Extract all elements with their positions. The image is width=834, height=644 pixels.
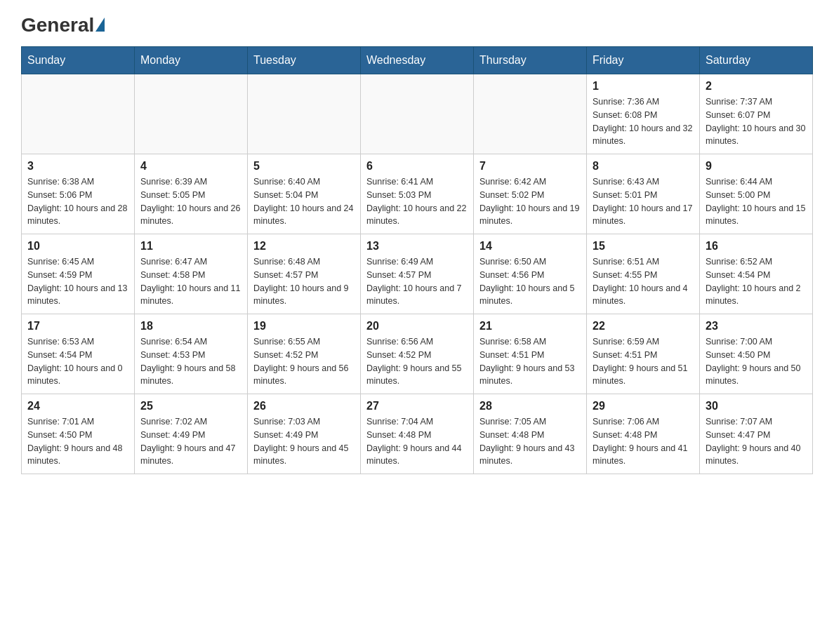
day-of-week-header: Wednesday xyxy=(361,47,474,74)
day-info: Sunrise: 6:54 AMSunset: 4:53 PMDaylight:… xyxy=(140,335,241,388)
day-info: Sunrise: 6:47 AMSunset: 4:58 PMDaylight:… xyxy=(140,255,241,308)
calendar-day-cell: 3Sunrise: 6:38 AMSunset: 5:06 PMDaylight… xyxy=(22,154,135,234)
calendar-day-cell: 12Sunrise: 6:48 AMSunset: 4:57 PMDayligh… xyxy=(248,234,361,314)
day-number: 21 xyxy=(479,320,581,333)
logo: General xyxy=(21,14,105,32)
calendar-day-cell: 28Sunrise: 7:05 AMSunset: 4:48 PMDayligh… xyxy=(474,394,587,474)
day-info: Sunrise: 7:04 AMSunset: 4:48 PMDaylight:… xyxy=(366,415,468,468)
day-of-week-header: Saturday xyxy=(700,47,813,74)
calendar-day-cell: 18Sunrise: 6:54 AMSunset: 4:53 PMDayligh… xyxy=(135,314,248,394)
day-info: Sunrise: 7:00 AMSunset: 4:50 PMDaylight:… xyxy=(706,335,807,388)
calendar-day-cell: 6Sunrise: 6:41 AMSunset: 5:03 PMDaylight… xyxy=(361,154,474,234)
calendar-day-cell: 21Sunrise: 6:58 AMSunset: 4:51 PMDayligh… xyxy=(474,314,587,394)
calendar-day-cell: 9Sunrise: 6:44 AMSunset: 5:00 PMDaylight… xyxy=(700,154,813,234)
day-of-week-header: Monday xyxy=(135,47,248,74)
calendar-day-cell xyxy=(135,74,248,154)
day-number: 25 xyxy=(140,400,241,412)
logo-general: General xyxy=(21,14,94,36)
calendar-day-cell: 2Sunrise: 7:37 AMSunset: 6:07 PMDaylight… xyxy=(700,74,813,154)
day-number: 9 xyxy=(706,160,807,173)
day-of-week-header: Sunday xyxy=(22,47,135,74)
calendar-day-cell: 22Sunrise: 6:59 AMSunset: 4:51 PMDayligh… xyxy=(587,314,700,394)
day-info: Sunrise: 6:50 AMSunset: 4:56 PMDaylight:… xyxy=(479,255,581,308)
day-number: 30 xyxy=(706,400,807,412)
calendar-day-cell: 19Sunrise: 6:55 AMSunset: 4:52 PMDayligh… xyxy=(248,314,361,394)
calendar-week-row: 3Sunrise: 6:38 AMSunset: 5:06 PMDaylight… xyxy=(22,154,813,234)
day-info: Sunrise: 7:07 AMSunset: 4:47 PMDaylight:… xyxy=(706,415,807,468)
day-info: Sunrise: 6:48 AMSunset: 4:57 PMDaylight:… xyxy=(253,255,355,308)
day-info: Sunrise: 6:39 AMSunset: 5:05 PMDaylight:… xyxy=(140,175,241,228)
day-number: 10 xyxy=(27,240,128,253)
calendar-day-cell: 15Sunrise: 6:51 AMSunset: 4:55 PMDayligh… xyxy=(587,234,700,314)
day-number: 15 xyxy=(593,240,694,253)
day-number: 8 xyxy=(593,160,694,173)
day-number: 2 xyxy=(706,80,807,93)
calendar-day-cell: 1Sunrise: 7:36 AMSunset: 6:08 PMDaylight… xyxy=(587,74,700,154)
calendar-week-row: 1Sunrise: 7:36 AMSunset: 6:08 PMDaylight… xyxy=(22,74,813,154)
day-info: Sunrise: 6:58 AMSunset: 4:51 PMDaylight:… xyxy=(479,335,581,388)
day-number: 28 xyxy=(479,400,581,412)
day-info: Sunrise: 6:53 AMSunset: 4:54 PMDaylight:… xyxy=(27,335,128,388)
day-number: 5 xyxy=(253,160,355,173)
day-number: 6 xyxy=(366,160,468,173)
day-of-week-header: Thursday xyxy=(474,47,587,74)
calendar-day-cell: 13Sunrise: 6:49 AMSunset: 4:57 PMDayligh… xyxy=(361,234,474,314)
day-number: 22 xyxy=(593,320,694,333)
day-info: Sunrise: 6:52 AMSunset: 4:54 PMDaylight:… xyxy=(706,255,807,308)
day-number: 7 xyxy=(479,160,581,173)
day-of-week-header: Tuesday xyxy=(248,47,361,74)
day-number: 24 xyxy=(27,400,128,412)
day-info: Sunrise: 6:45 AMSunset: 4:59 PMDaylight:… xyxy=(27,255,128,308)
day-number: 29 xyxy=(593,400,694,412)
day-number: 20 xyxy=(366,320,468,333)
calendar-day-cell: 7Sunrise: 6:42 AMSunset: 5:02 PMDaylight… xyxy=(474,154,587,234)
calendar-day-cell: 10Sunrise: 6:45 AMSunset: 4:59 PMDayligh… xyxy=(22,234,135,314)
calendar-day-cell: 27Sunrise: 7:04 AMSunset: 4:48 PMDayligh… xyxy=(361,394,474,474)
day-number: 14 xyxy=(479,240,581,253)
day-number: 18 xyxy=(140,320,241,333)
day-info: Sunrise: 6:56 AMSunset: 4:52 PMDaylight:… xyxy=(366,335,468,388)
day-number: 1 xyxy=(593,80,694,93)
calendar-header-row: SundayMondayTuesdayWednesdayThursdayFrid… xyxy=(22,47,813,74)
day-info: Sunrise: 7:02 AMSunset: 4:49 PMDaylight:… xyxy=(140,415,241,468)
calendar-day-cell xyxy=(474,74,587,154)
day-info: Sunrise: 6:42 AMSunset: 5:02 PMDaylight:… xyxy=(479,175,581,228)
calendar-week-row: 10Sunrise: 6:45 AMSunset: 4:59 PMDayligh… xyxy=(22,234,813,314)
day-number: 27 xyxy=(366,400,468,412)
calendar-week-row: 17Sunrise: 6:53 AMSunset: 4:54 PMDayligh… xyxy=(22,314,813,394)
day-info: Sunrise: 6:55 AMSunset: 4:52 PMDaylight:… xyxy=(253,335,355,388)
calendar-day-cell xyxy=(248,74,361,154)
calendar-day-cell: 8Sunrise: 6:43 AMSunset: 5:01 PMDaylight… xyxy=(587,154,700,234)
calendar-week-row: 24Sunrise: 7:01 AMSunset: 4:50 PMDayligh… xyxy=(22,394,813,474)
logo-wordmark: General xyxy=(21,14,105,36)
day-number: 4 xyxy=(140,160,241,173)
day-info: Sunrise: 6:44 AMSunset: 5:00 PMDaylight:… xyxy=(706,175,807,228)
day-number: 3 xyxy=(27,160,128,173)
day-info: Sunrise: 7:03 AMSunset: 4:49 PMDaylight:… xyxy=(253,415,355,468)
day-number: 23 xyxy=(706,320,807,333)
calendar-day-cell: 29Sunrise: 7:06 AMSunset: 4:48 PMDayligh… xyxy=(587,394,700,474)
calendar-table: SundayMondayTuesdayWednesdayThursdayFrid… xyxy=(21,46,813,474)
day-info: Sunrise: 6:51 AMSunset: 4:55 PMDaylight:… xyxy=(593,255,694,308)
day-info: Sunrise: 7:36 AMSunset: 6:08 PMDaylight:… xyxy=(593,95,694,148)
calendar-day-cell: 23Sunrise: 7:00 AMSunset: 4:50 PMDayligh… xyxy=(700,314,813,394)
day-info: Sunrise: 7:01 AMSunset: 4:50 PMDaylight:… xyxy=(27,415,128,468)
logo-triangle xyxy=(95,18,105,32)
calendar-day-cell: 20Sunrise: 6:56 AMSunset: 4:52 PMDayligh… xyxy=(361,314,474,394)
calendar-day-cell: 4Sunrise: 6:39 AMSunset: 5:05 PMDaylight… xyxy=(135,154,248,234)
day-info: Sunrise: 6:40 AMSunset: 5:04 PMDaylight:… xyxy=(253,175,355,228)
day-number: 26 xyxy=(253,400,355,412)
calendar-day-cell: 16Sunrise: 6:52 AMSunset: 4:54 PMDayligh… xyxy=(700,234,813,314)
day-info: Sunrise: 7:37 AMSunset: 6:07 PMDaylight:… xyxy=(706,95,807,148)
calendar-day-cell: 5Sunrise: 6:40 AMSunset: 5:04 PMDaylight… xyxy=(248,154,361,234)
day-number: 16 xyxy=(706,240,807,253)
day-info: Sunrise: 6:59 AMSunset: 4:51 PMDaylight:… xyxy=(593,335,694,388)
day-info: Sunrise: 7:06 AMSunset: 4:48 PMDaylight:… xyxy=(593,415,694,468)
day-info: Sunrise: 6:38 AMSunset: 5:06 PMDaylight:… xyxy=(27,175,128,228)
calendar-day-cell xyxy=(22,74,135,154)
calendar-day-cell: 17Sunrise: 6:53 AMSunset: 4:54 PMDayligh… xyxy=(22,314,135,394)
page-header: General xyxy=(21,14,813,32)
day-number: 17 xyxy=(27,320,128,333)
day-info: Sunrise: 6:41 AMSunset: 5:03 PMDaylight:… xyxy=(366,175,468,228)
day-number: 13 xyxy=(366,240,468,253)
